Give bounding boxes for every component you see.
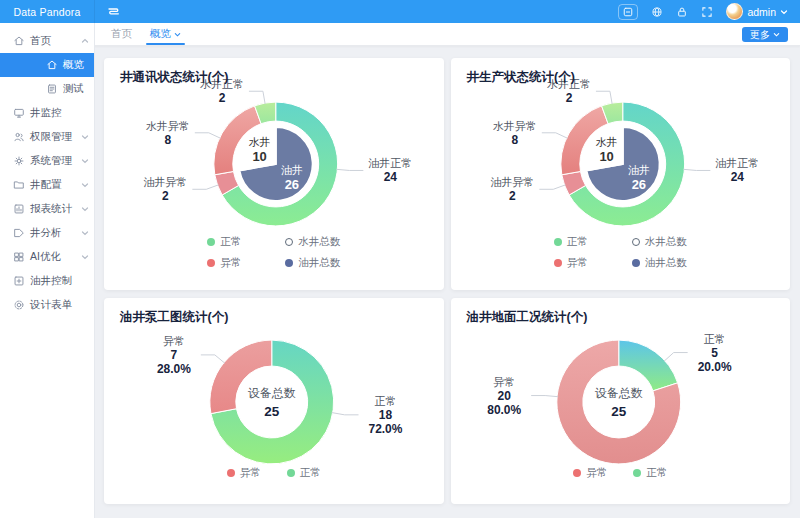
legend-label: 正常	[220, 235, 241, 249]
permission-icon	[13, 131, 25, 143]
svg-text:设备总数: 设备总数	[594, 386, 642, 400]
sidebar-item-test[interactable]: 测试	[0, 77, 94, 101]
test-icon	[46, 83, 58, 95]
sidebar-item-permissions[interactable]: 权限管理	[0, 125, 94, 149]
sidebar-item-ai-optimization[interactable]: AI优化	[0, 245, 94, 269]
chart-card-surface-condition: 油井地面工况统计(个) 正常520.0%异常2080.0%设备总数25 异常 正…	[451, 298, 791, 504]
legend-item[interactable]: 正常	[554, 235, 588, 249]
sidebar-item-well-config[interactable]: 井配置	[0, 173, 94, 197]
sidebar-item-label: 井监控	[30, 106, 62, 120]
svg-text:水井: 水井	[595, 136, 617, 148]
chart-title: 油井泵工图统计(个)	[120, 309, 228, 326]
legend-item[interactable]: 异常	[573, 466, 607, 480]
sidebar-item-system[interactable]: 系统管理	[0, 149, 94, 173]
tab-overview[interactable]: 概览	[141, 23, 190, 45]
legend-dot-icon	[632, 259, 640, 267]
chart-legend: 异常 正常	[104, 466, 444, 480]
svg-text:5: 5	[711, 346, 718, 360]
sidebar-item-label: 报表统计	[30, 202, 72, 216]
legend-item[interactable]: 异常	[227, 466, 261, 480]
svg-text:10: 10	[252, 149, 266, 164]
chart-card-pump-diagram: 油井泵工图统计(个) 正常1872.0%异常728.0%设备总数25 异常 正常	[104, 298, 444, 504]
legend-item[interactable]: 正常	[633, 466, 667, 480]
legend-dot-icon	[573, 469, 581, 477]
legend-label: 异常	[220, 256, 241, 270]
legend-item[interactable]: 水井总数	[632, 235, 687, 249]
control-icon	[13, 275, 25, 287]
sidebar-item-label: 概览	[63, 58, 84, 72]
legend-dot-icon	[285, 259, 293, 267]
chevron-up-icon	[81, 37, 89, 45]
more-button[interactable]: 更多	[742, 27, 788, 42]
tab-label: 概览	[150, 27, 171, 41]
legend-item[interactable]: 正常	[287, 466, 321, 480]
tab-home[interactable]: 首页	[102, 23, 141, 45]
chart-title: 油井地面工况统计(个)	[467, 309, 588, 326]
svg-text:水井: 水井	[249, 136, 271, 148]
svg-text:2: 2	[162, 189, 169, 203]
chevron-down-icon	[81, 181, 89, 189]
sidebar-item-label: 油井控制	[30, 274, 72, 288]
lock-icon[interactable]	[676, 6, 688, 18]
legend-label: 正常	[646, 466, 667, 480]
chevron-down-icon	[81, 253, 89, 261]
svg-text:水井异常: 水井异常	[146, 120, 190, 132]
more-button-label: 更多	[750, 28, 770, 42]
chart-card-well-production: 井生产状态统计(个) 油井正常24油井异常2水井异常8水井正常2油井26水井10…	[451, 58, 791, 290]
chart-legend: 正常 水井总数 异常 油井总数	[104, 235, 444, 270]
app-logo-title: Data Pandora	[0, 0, 95, 23]
legend-item[interactable]: 水井总数	[285, 235, 340, 249]
globe-icon[interactable]	[651, 6, 663, 18]
fullscreen-icon[interactable]	[701, 6, 713, 18]
sidebar-item-reports[interactable]: 报表统计	[0, 197, 94, 221]
menu-collapse-icon[interactable]	[105, 4, 121, 19]
legend-label: 异常	[240, 466, 261, 480]
svg-text:设备总数: 设备总数	[248, 386, 296, 400]
user-menu[interactable]: admin	[726, 3, 788, 20]
report-icon	[13, 203, 25, 215]
app-window: Data Pandora	[0, 0, 800, 518]
svg-text:2: 2	[219, 91, 226, 105]
svg-text:2: 2	[565, 91, 572, 105]
svg-text:25: 25	[264, 404, 279, 419]
square-minus-icon[interactable]	[618, 4, 638, 20]
sidebar-item-label: 设计表单	[30, 298, 72, 312]
svg-text:18: 18	[379, 408, 393, 422]
analysis-icon	[13, 227, 25, 239]
legend-item[interactable]: 油井总数	[285, 256, 340, 270]
chart-legend: 异常 正常	[451, 466, 791, 480]
sidebar-item-form-designer[interactable]: 设计表单	[0, 293, 94, 317]
sidebar-item-oil-well-control[interactable]: 油井控制	[0, 269, 94, 293]
tab-label: 首页	[111, 27, 132, 41]
legend-item[interactable]: 油井总数	[632, 256, 687, 270]
legend-item[interactable]: 异常	[554, 256, 588, 270]
sidebar-item-overview[interactable]: 概览	[0, 53, 94, 77]
sidebar-item-well-analysis[interactable]: 井分析	[0, 221, 94, 245]
svg-text:油井异常: 油井异常	[490, 176, 534, 188]
svg-text:8: 8	[511, 133, 518, 147]
settings-icon	[13, 155, 25, 167]
chart-card-well-communication: 井通讯状态统计(个) 油井正常24油井异常2水井异常8水井正常2油井26水井10…	[104, 58, 444, 290]
svg-text:80.0%: 80.0%	[487, 403, 521, 417]
svg-text:20.0%: 20.0%	[697, 360, 731, 374]
well-config-icon	[13, 179, 25, 191]
sidebar-item-label: AI优化	[30, 250, 61, 264]
legend-label: 正常	[300, 466, 321, 480]
svg-text:油井正常: 油井正常	[368, 157, 412, 169]
overview-icon	[46, 59, 58, 71]
legend-dot-icon	[633, 469, 641, 477]
svg-text:25: 25	[611, 404, 626, 419]
svg-text:28.0%: 28.0%	[157, 362, 191, 376]
sidebar-item-well-monitoring[interactable]: 井监控	[0, 101, 94, 125]
chart-title: 井生产状态统计(个)	[467, 69, 575, 86]
sidebar-item-home[interactable]: 首页	[0, 29, 94, 53]
sidebar-item-label: 测试	[63, 82, 84, 96]
legend-dot-icon	[287, 469, 295, 477]
form-icon	[13, 299, 25, 311]
svg-text:2: 2	[509, 189, 516, 203]
legend-item[interactable]: 正常	[207, 235, 241, 249]
legend-label: 异常	[567, 256, 588, 270]
legend-item[interactable]: 异常	[207, 256, 241, 270]
legend-hollow-dot-icon	[632, 238, 640, 246]
ai-icon	[13, 251, 25, 263]
